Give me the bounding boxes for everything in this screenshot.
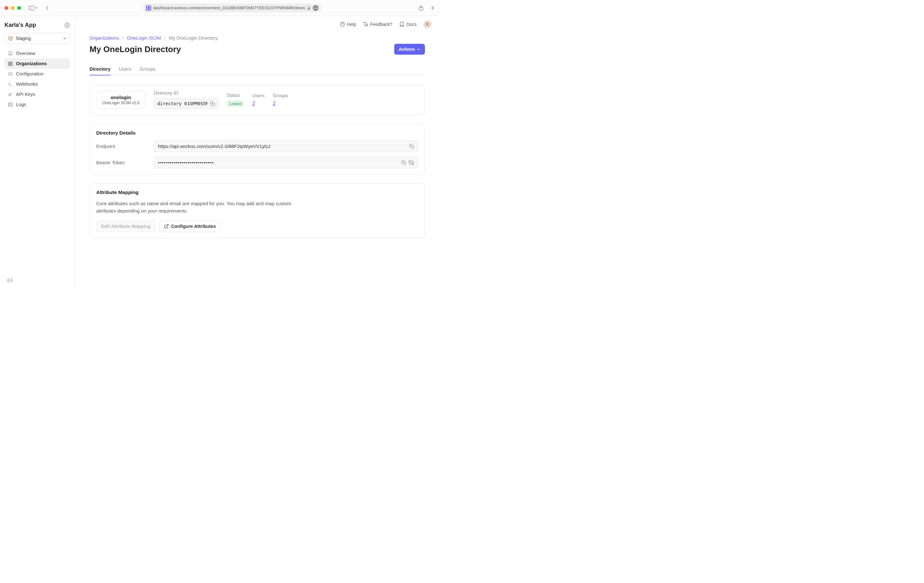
provider-logo: onelogin [111, 95, 131, 100]
directory-summary-card: onelogin OneLogin SCIM v2.0 Directory ID… [89, 84, 425, 115]
svg-line-27 [166, 224, 168, 227]
users-count-link[interactable]: 2 [252, 100, 264, 107]
browser-chrome: dashboard.workos.com/environment_01G8BX0… [0, 0, 440, 16]
directory-details-card: Directory Details Endpoint https://api.w… [89, 124, 425, 175]
sidebar-item-label: Overview [16, 51, 35, 56]
sidebar-item-configuration[interactable]: Configuration [5, 69, 70, 79]
eye-off-icon[interactable] [409, 160, 414, 165]
directory-details-title: Directory Details [96, 130, 418, 136]
svg-rect-7 [8, 64, 10, 65]
sliders-icon [8, 71, 13, 76]
users-label: Users [252, 93, 264, 98]
site-favicon-icon [146, 5, 151, 11]
topbar: Help Feedback? Docs K [75, 16, 440, 33]
svg-rect-5 [8, 62, 10, 63]
configure-attributes-button[interactable]: Configure Attributes [159, 221, 221, 232]
terminal-icon [8, 81, 13, 87]
avatar[interactable]: K [424, 20, 431, 28]
svg-point-20 [8, 103, 12, 104]
svg-rect-24 [411, 146, 414, 148]
feedback-label: Feedback? [370, 22, 392, 27]
settings-icon[interactable] [64, 22, 70, 28]
copy-icon[interactable] [401, 160, 406, 165]
sidebar-item-webhooks[interactable]: Webhooks [5, 79, 70, 89]
url-bar[interactable]: dashboard.workos.com/environment_01G8BX0… [144, 3, 321, 12]
copy-icon[interactable] [409, 144, 414, 149]
directory-id-value: directory_01GPM0S5RNS [157, 101, 208, 106]
breadcrumb-separator: / [164, 35, 165, 41]
window-zoom-icon[interactable] [17, 6, 21, 10]
sidebar: Karla's App Staging Overview Organizatio… [0, 16, 75, 292]
external-link-icon [164, 224, 169, 229]
breadcrumb-current: My OneLogin Directory [169, 35, 218, 41]
provider-subtitle: OneLogin SCIM v2.0 [102, 100, 139, 105]
tab-groups[interactable]: Groups [140, 63, 155, 75]
edit-attribute-mapping-button: Edit Attribute Mapping [96, 221, 155, 232]
copy-icon[interactable] [210, 101, 215, 106]
window-close-icon[interactable] [5, 6, 8, 10]
traffic-lights [5, 6, 21, 10]
groups-count-link[interactable]: 2 [273, 100, 288, 107]
environment-label: Staging [16, 36, 31, 41]
bearer-token-label: Bearer Token [96, 160, 150, 165]
directory-id-field[interactable]: directory_01GPM0S5RNS [154, 98, 218, 109]
endpoint-label: Endpoint [96, 143, 150, 149]
provider-box: onelogin OneLogin SCIM v2.0 [96, 91, 145, 109]
window-minimize-icon[interactable] [11, 6, 15, 10]
tab-directory[interactable]: Directory [89, 63, 111, 76]
bearer-token-field[interactable]: •••••••••••••••••••••••••••• [154, 156, 418, 168]
attribute-mapping-card: Attribute Mapping Core attributes such a… [89, 183, 425, 238]
environment-select[interactable]: Staging [5, 33, 70, 44]
bookmark-icon [8, 51, 13, 56]
svg-point-4 [66, 24, 68, 26]
docs-link[interactable]: Docs [399, 22, 417, 27]
docs-label: Docs [406, 22, 417, 27]
share-icon[interactable] [419, 5, 424, 11]
svg-rect-23 [212, 103, 214, 105]
attribute-mapping-title: Attribute Mapping [96, 189, 418, 195]
sidebar-item-label: Webhooks [16, 81, 38, 87]
app-name: Karla's App [5, 22, 36, 28]
svg-rect-25 [403, 162, 406, 165]
workos-logo [5, 275, 70, 286]
actions-button[interactable]: Actions [394, 44, 425, 54]
groups-label: Groups [273, 93, 288, 98]
sidebar-item-label: Organizations [16, 61, 47, 66]
svg-rect-0 [29, 6, 35, 10]
breadcrumb-org[interactable]: OneLogin SCIM [127, 35, 161, 41]
status-badge: Linked [227, 100, 244, 107]
chevron-down-icon [417, 48, 421, 51]
endpoint-field[interactable]: https://api.workos.com/scim/v2.0/88F2tpW… [154, 140, 418, 152]
page-title: My OneLogin Directory [89, 44, 181, 54]
svg-rect-8 [10, 64, 12, 65]
actions-label: Actions [399, 47, 415, 52]
directory-id-label: Directory ID [154, 91, 218, 96]
lock-icon [307, 6, 311, 10]
attribute-mapping-desc: Core attributes such as name and email a… [96, 200, 301, 215]
new-tab-button[interactable] [430, 5, 435, 11]
sidebar-item-overview[interactable]: Overview [5, 48, 70, 58]
sidebar-item-organizations[interactable]: Organizations [5, 58, 70, 69]
breadcrumb-separator: / [122, 35, 124, 41]
sidebar-item-logs[interactable]: Logs [5, 99, 70, 110]
chevron-down-icon [63, 36, 66, 40]
breadcrumb-organizations[interactable]: Organizations [89, 35, 119, 41]
breadcrumb: Organizations / OneLogin SCIM / My OneLo… [89, 35, 425, 41]
feedback-link[interactable]: Feedback? [363, 22, 392, 27]
browser-sidebar-toggle[interactable] [29, 6, 38, 10]
sidebar-item-api-keys[interactable]: API Keys [5, 89, 70, 99]
bearer-token-value: •••••••••••••••••••••••••••• [158, 160, 399, 165]
site-menu-icon[interactable]: ••• [313, 5, 318, 11]
svg-rect-6 [10, 62, 12, 63]
logs-icon [8, 102, 13, 107]
help-link[interactable]: Help [340, 22, 356, 27]
main: Help Feedback? Docs K Organizations / On… [75, 16, 440, 292]
svg-rect-2 [308, 8, 310, 10]
key-icon [8, 92, 13, 97]
browser-back-button[interactable] [45, 5, 49, 11]
sidebar-item-label: Logs [16, 102, 26, 107]
svg-point-19 [8, 94, 10, 96]
url-text: dashboard.workos.com/environment_01G8BX0… [153, 5, 305, 10]
tab-users[interactable]: Users [119, 63, 131, 75]
sidebar-item-label: Configuration [16, 71, 43, 76]
